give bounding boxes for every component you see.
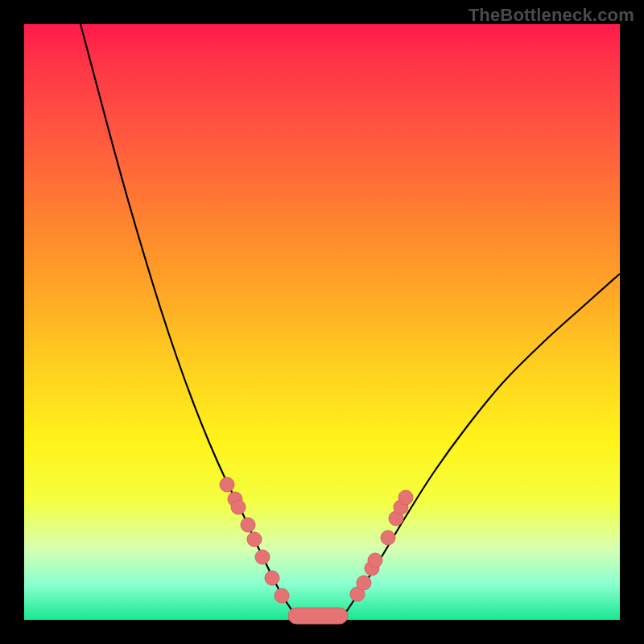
curve-right-branch [346, 274, 620, 612]
data-marker [381, 530, 395, 545]
marker-cluster-right [350, 490, 413, 601]
data-marker [231, 500, 246, 514]
watermark-text: TheBottleneck.com [469, 5, 634, 26]
data-marker [220, 477, 234, 492]
data-marker [368, 553, 382, 568]
data-marker [265, 571, 279, 585]
curve-left-branch [80, 24, 293, 612]
data-marker [275, 588, 289, 603]
data-marker [247, 532, 262, 547]
chart-svg [24, 24, 620, 620]
data-marker [255, 550, 270, 564]
marker-cluster-left [220, 477, 289, 603]
marker-bottom-capsule [288, 608, 348, 624]
data-marker [357, 576, 371, 590]
data-marker [241, 518, 255, 532]
data-marker [398, 490, 413, 505]
chart-plot-area [24, 24, 620, 620]
